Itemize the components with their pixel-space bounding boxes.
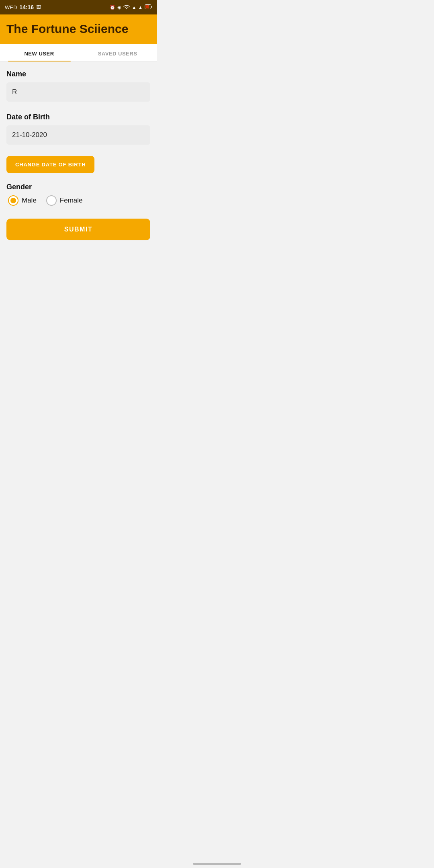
dob-label: Date of Birth [6, 113, 150, 121]
gender-male-option[interactable]: Male [8, 195, 37, 206]
app-header: The Fortune Sciience [0, 14, 157, 44]
wifi-icon [123, 4, 130, 10]
tabs-container: NEW USER SAVED USERS [0, 44, 157, 62]
status-right: ⏰ ◉ ▲ ▲ [110, 4, 152, 10]
tab-saved-users[interactable]: SAVED USERS [78, 44, 157, 61]
svg-rect-4 [145, 5, 149, 8]
status-bar: WED 14:16 🖼 ⏰ ◉ ▲ ▲ [0, 0, 157, 14]
female-label: Female [60, 197, 83, 205]
status-day: WED [5, 4, 17, 10]
female-radio-circle [46, 195, 57, 206]
gender-female-option[interactable]: Female [46, 195, 83, 206]
male-radio-circle [8, 195, 18, 206]
gender-label: Gender [6, 183, 150, 191]
svg-point-0 [126, 8, 127, 10]
submit-button[interactable]: SUBMIT [6, 219, 150, 240]
dob-input[interactable] [6, 125, 150, 145]
alarm-icon: ⏰ [110, 5, 115, 10]
name-label: Name [6, 70, 150, 78]
male-label: Male [22, 197, 37, 205]
form-content: Name Date of Birth CHANGE DATE OF BIRTH … [0, 62, 157, 248]
photo-icon: 🖼 [36, 4, 41, 10]
name-section: Name [6, 70, 150, 109]
gender-section: Gender Male Female [6, 183, 150, 206]
svg-rect-3 [151, 6, 152, 8]
gender-options: Male Female [6, 195, 150, 206]
status-left: WED 14:16 🖼 [5, 4, 41, 10]
male-radio-inner [10, 198, 16, 203]
accessibility-icon: ◉ [117, 5, 121, 10]
app-title: The Fortune Sciience [6, 22, 150, 36]
tab-new-user[interactable]: NEW USER [0, 44, 78, 61]
status-time: 14:16 [19, 4, 34, 10]
dob-section: Date of Birth [6, 113, 150, 152]
signal2-icon: ▲ [138, 5, 143, 10]
name-input[interactable] [6, 82, 150, 102]
signal1-icon: ▲ [132, 5, 136, 10]
change-dob-button[interactable]: CHANGE DATE OF BIRTH [6, 156, 94, 173]
battery-icon [145, 4, 152, 10]
